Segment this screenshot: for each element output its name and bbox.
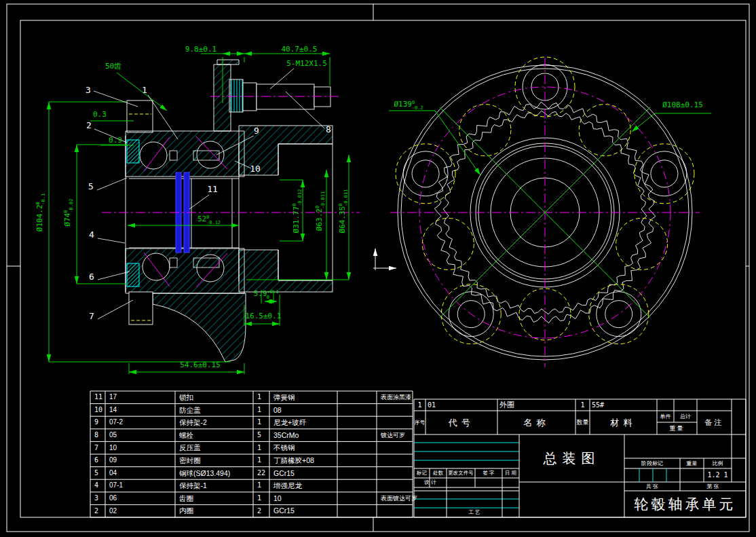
bom-cell: 22 [255, 467, 271, 480]
drawing-title: 总装图 [519, 434, 624, 482]
bom-cell: 10 [271, 492, 339, 505]
bom-cell: 弹簧钢 [271, 391, 339, 404]
balloon-number: 7 [89, 311, 94, 321]
process-label: 工 艺 [447, 508, 502, 517]
rev-label-docno: 更改文件号 [447, 468, 475, 478]
seal-bottom [127, 263, 139, 286]
bom-cell: 1 [255, 391, 271, 404]
header-remark: 备注 [697, 411, 732, 434]
bom-cell: 5 [92, 467, 107, 480]
bom-cell: 2 [255, 504, 271, 517]
bom-cell: GCr15 [271, 467, 339, 480]
header-weight: 重量 [657, 422, 697, 434]
stage-mark-label: 阶段标记 [624, 458, 680, 468]
dim-text: 16.5±0.1 [246, 312, 282, 320]
bom-cell: 丁腈橡胶+08 [271, 454, 339, 467]
bom-cell: 17 [107, 391, 177, 404]
dust-cap-top [127, 100, 153, 132]
bom-cell: 1 [255, 492, 271, 505]
bom-cell: 11 [92, 391, 107, 404]
bom-cell: 14 [107, 404, 177, 417]
dim-text: Ø108±0.15 [662, 100, 703, 109]
bom-cell: 表面涂黑漆 [379, 391, 415, 404]
dim-text: Ø31.770-0.012 [292, 189, 303, 234]
bom-cell: 1 [255, 454, 271, 467]
rev-label-count: 处数 [430, 468, 447, 478]
bom-cell: 08 [271, 404, 339, 417]
wheel-stud [229, 79, 330, 112]
pocket-dashed-circle [579, 105, 630, 156]
dim-text: 9.8±0.1 [185, 45, 216, 54]
bom-cell: 表面镀达可罗 [379, 492, 415, 505]
cad-drawing-sheet: 9.8±0.140.7±0.55-M12X1.550齿0.30.9Ø104.20… [0, 0, 756, 537]
bolt-boss [597, 292, 641, 337]
bom-cell: 增强尼龙 [271, 479, 339, 492]
dim-text: Ø104.20-0.1 [35, 193, 46, 232]
bom-cell: 3 [92, 492, 107, 505]
header-code: 代号 [426, 411, 497, 434]
view-direction-marker [373, 248, 396, 270]
boss-dashed-circle [589, 284, 649, 344]
bom-cell: 5 [255, 429, 271, 442]
header-qty: 数量 [575, 411, 590, 434]
bom-cell: 镀达可罗 [379, 429, 415, 442]
dim-text: 5-M12X1.5 [286, 59, 327, 68]
bom-cell: 防尘盖 [177, 404, 255, 417]
bom-cell: 04 [107, 467, 177, 480]
bom-cell: 齿圈 [177, 492, 255, 505]
bom-cell: 06 [107, 492, 177, 505]
bom-cell: 钢球(SØ13.494) [177, 467, 255, 480]
balloon-number: 6 [89, 272, 94, 282]
bom-cell: 密封圈 [177, 454, 255, 467]
bom-cell: 6 [92, 454, 107, 467]
header-no: 序号 [414, 411, 426, 434]
dim-text: Ø740-0.02 [63, 199, 74, 227]
balloon-number: 1 [142, 85, 147, 95]
weight-label: 重量 [680, 458, 704, 468]
bom-cell: 35CrMo [271, 429, 339, 442]
product-name: 轮毂轴承单元 [624, 491, 746, 517]
balloon-number: 9 [254, 126, 259, 136]
header-unit: 单件 [657, 411, 674, 422]
part-row-material: 55# [590, 399, 659, 411]
bom-cell: 8 [92, 429, 107, 442]
dim-text: 40.7±0.5 [282, 45, 318, 54]
bolt-hole [605, 301, 632, 328]
bom-cell: 07-2 [107, 416, 177, 429]
dim-text: 520-0.12 [197, 215, 221, 225]
bom-cell: 反压盖 [177, 441, 255, 454]
bom-cell: 05 [107, 429, 177, 442]
bom-cell: 1 [255, 416, 271, 429]
balloon-number: 4 [89, 229, 94, 240]
dust-cap-bottom [129, 292, 153, 325]
bom-cell: GCr15 [271, 504, 339, 517]
bolt-hole [412, 160, 439, 187]
seal-top [127, 140, 139, 163]
dim-text: Ø1390-0.2 [394, 100, 423, 111]
bom-cell: 保持架-2 [177, 416, 255, 429]
bom-cell: 1 [255, 441, 271, 454]
header-total: 总计 [674, 411, 697, 422]
bom-cell: 螺栓 [177, 429, 255, 442]
bom-cell: 1 [255, 479, 271, 492]
balloon-number: 3 [86, 85, 91, 95]
bom-cell: 10 [107, 441, 177, 454]
bom-cell: 尼龙+玻纤 [271, 416, 339, 429]
balloon-number: 2 [86, 120, 92, 130]
bom-cell: 07-1 [107, 479, 177, 492]
bom-cell: 2 [92, 504, 107, 517]
rev-label-date: 日 期 [502, 468, 519, 478]
header-name: 名称 [497, 411, 575, 434]
dim-text: Ø64.350-0.011 [338, 189, 349, 234]
dim-text: 0.3 [93, 110, 107, 119]
part-row-code: 01 [426, 399, 499, 411]
boss-dashed-circle [396, 144, 455, 204]
bom-cell: 锁扣 [177, 391, 255, 404]
bom-cell: 保持架-1 [177, 479, 255, 492]
part-row-no: 1 [414, 399, 426, 411]
pocket-dashed-circle [616, 218, 668, 270]
dim-text: 0.9 [109, 136, 122, 145]
part-row-qty: 1 [575, 399, 590, 411]
front-dim-leaders [389, 111, 711, 175]
bom-cell: 4 [92, 479, 107, 492]
